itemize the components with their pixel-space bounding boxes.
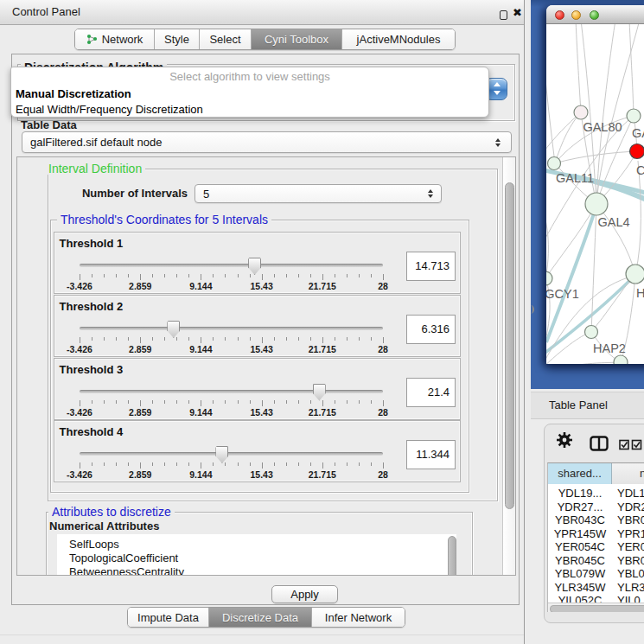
float-window-icon[interactable] <box>500 10 507 20</box>
network-edge[interactable] <box>546 204 596 278</box>
network-node[interactable] <box>626 265 644 284</box>
horizontal-scrollbar-thumb[interactable] <box>550 605 644 612</box>
table-row[interactable]: YDL19...YDL1 <box>548 487 644 501</box>
attribute-list-item[interactable]: SelfLoops <box>69 538 119 552</box>
minimize-traffic-light[interactable] <box>571 10 581 20</box>
threshold-value-field[interactable]: 14.713 <box>406 252 456 281</box>
table-row[interactable]: YER054CYER0 <box>548 540 644 554</box>
table-data-label: Table Data <box>21 119 194 131</box>
network-node-label: GAL <box>632 126 644 140</box>
apply-button[interactable]: Apply <box>271 585 338 603</box>
threshold-slider-thumb[interactable] <box>167 321 180 338</box>
number-of-intervals-combobox[interactable]: 5 <box>194 184 442 203</box>
close-traffic-light[interactable] <box>555 10 564 20</box>
tab-discretize-data[interactable]: Discretize Data <box>209 608 312 627</box>
vertical-scrollbar-thumb[interactable] <box>505 182 514 509</box>
attribute-list-item[interactable]: TopologicalCoefficient <box>69 552 178 565</box>
slider-axis-label: 9.144 <box>189 469 212 480</box>
attributes-list-scrollbar-thumb[interactable] <box>448 536 456 576</box>
cell-shared-name: YER054C <box>548 540 612 554</box>
network-edge[interactable] <box>546 362 621 364</box>
network-node[interactable] <box>614 355 628 364</box>
threshold-slider-thumb[interactable] <box>313 384 326 401</box>
threshold-slider-track[interactable] <box>80 452 383 456</box>
cell-shared-name: YBL079W <box>548 567 612 581</box>
table-data-combobox[interactable]: galFiltered.sif default node <box>22 131 512 153</box>
attributes-to-discretize-group-title: Attributes to discretize <box>48 506 175 518</box>
gear-icon[interactable] <box>556 431 573 449</box>
vertical-scrollbar[interactable] <box>502 157 516 575</box>
table-row[interactable]: YLR345WYLR3 <box>548 581 644 595</box>
numerical-attributes-list[interactable]: SelfLoopsTopologicalCoefficientBetweenne… <box>57 534 456 576</box>
interval-definition-group-title: Interval Definition <box>45 163 145 175</box>
attribute-list-item[interactable]: BetweennessCentrality <box>69 565 184 576</box>
tab-jactivemnodules[interactable]: jActiveMNodules <box>342 29 455 49</box>
threshold-panel-4: Threshold 4-3.4262.8599.14415.4321.71528… <box>54 420 461 482</box>
slider-axis-label: -3.426 <box>67 407 92 418</box>
slider-axis-label: 15.43 <box>250 469 272 480</box>
slider-axis-label: -3.426 <box>67 344 92 354</box>
column-header-name[interactable]: name <box>612 463 644 484</box>
network-node[interactable] <box>585 193 608 215</box>
slider-ticks <box>80 337 384 344</box>
threshold-slider-thumb[interactable] <box>248 258 261 275</box>
close-icon[interactable]: ✖ <box>513 6 522 20</box>
threshold-slider-track[interactable] <box>80 327 383 330</box>
algorithm-popup-hint[interactable]: Select algorithm to view settings <box>11 67 488 86</box>
table-row[interactable]: YDR27...YDR2 <box>548 501 644 514</box>
table-row[interactable]: YBR043CYBR0 <box>548 513 644 527</box>
tab-label: Impute Data <box>137 611 199 624</box>
cell-name: YER0 <box>617 540 644 554</box>
network-edge[interactable] <box>546 59 555 163</box>
threshold-slider-track[interactable] <box>80 390 383 393</box>
network-node-label: HAP2 <box>593 341 626 355</box>
network-edge-highlighted[interactable] <box>546 206 596 342</box>
threshold-value-field[interactable]: 11.344 <box>406 440 456 469</box>
tab-style[interactable]: Style <box>155 29 200 49</box>
cell-name: YLR3 <box>617 581 644 595</box>
slider-ticks <box>80 462 384 469</box>
slider-axis-label: 15.43 <box>250 344 272 354</box>
columns-icon[interactable] <box>590 436 609 455</box>
tab-infer-network[interactable]: Infer Network <box>312 608 405 627</box>
network-node-label: GCY1 <box>546 287 579 301</box>
tab-impute-data[interactable]: Impute Data <box>128 608 209 627</box>
tab-network[interactable]: Network <box>75 29 155 49</box>
panel-divider-grip[interactable] <box>527 305 534 314</box>
network-edge[interactable] <box>591 274 635 332</box>
network-edge[interactable] <box>576 24 581 112</box>
network-window-titlebar[interactable] <box>546 5 644 24</box>
algorithm-popup-item[interactable]: Manual Discretization <box>15 86 482 102</box>
network-node-selected[interactable] <box>630 144 644 159</box>
cell-name: YPR1 <box>617 527 644 541</box>
cell-shared-name: YDL19... <box>548 487 612 501</box>
table-row[interactable]: YPR145WYPR1 <box>548 527 644 541</box>
network-edge[interactable] <box>546 207 548 278</box>
tab-cyni-toolbox[interactable]: Cyni Toolbox <box>252 29 342 49</box>
network-canvas[interactable]: GAL80GALCYGAL11GAL4GCY1HHAP2 <box>546 24 644 364</box>
cell-name: YBR0 <box>617 554 644 568</box>
tab-select[interactable]: Select <box>200 29 252 49</box>
threshold-slider-thumb[interactable] <box>215 446 228 463</box>
network-edge[interactable] <box>555 112 581 163</box>
table-row[interactable]: YBL079WYBL0 <box>548 567 644 581</box>
network-node[interactable] <box>627 109 641 123</box>
horizontal-scrollbar[interactable] <box>548 603 644 612</box>
table-rows: YDL19...YDL1YDR27...YDR2YBR043CYBR0YPR14… <box>548 484 644 603</box>
threshold-value-field[interactable]: 6.316 <box>406 315 456 344</box>
zoom-traffic-light[interactable] <box>590 10 599 20</box>
network-node[interactable] <box>574 105 588 119</box>
network-node[interactable] <box>546 271 552 285</box>
checkbox-icons[interactable] <box>619 438 643 454</box>
network-edge[interactable] <box>629 24 634 116</box>
threshold-value-field[interactable]: 21.4 <box>406 378 456 407</box>
table-row[interactable]: YBR045CYBR0 <box>548 554 644 568</box>
network-node[interactable] <box>585 326 598 339</box>
slider-axis-labels: -3.4262.8599.14415.4321.71528 <box>80 407 384 418</box>
network-edge[interactable] <box>635 161 641 274</box>
table-panel-header[interactable]: Table Panel <box>531 392 644 419</box>
algorithm-popup-item[interactable]: Equal Width/Frequency Discretization <box>15 102 482 118</box>
network-node[interactable] <box>548 157 561 170</box>
threshold-slider-track[interactable] <box>80 264 383 267</box>
column-header-shared-name[interactable]: shared... <box>548 463 612 484</box>
